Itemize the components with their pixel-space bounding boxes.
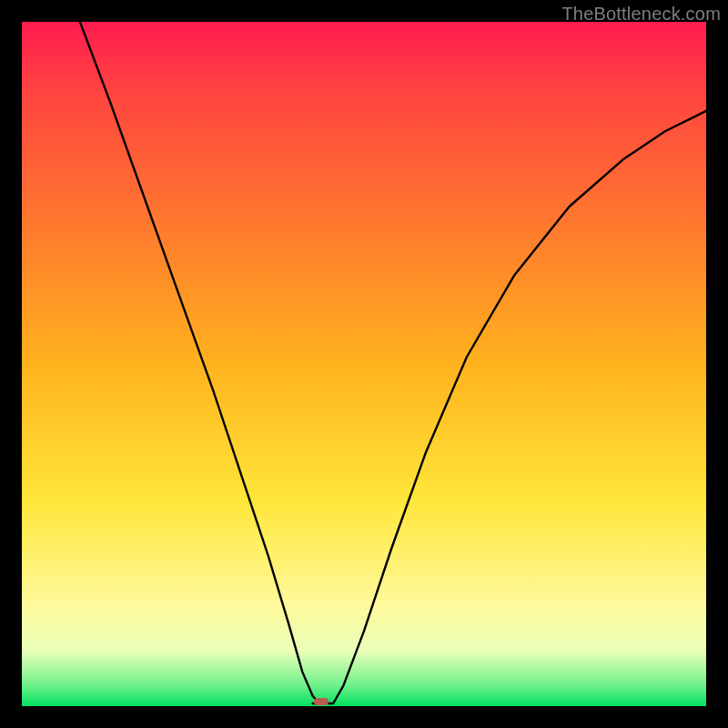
curve-path (80, 22, 706, 703)
bottleneck-curve (22, 22, 706, 706)
plot-frame (22, 22, 706, 706)
minimum-marker (314, 698, 329, 705)
